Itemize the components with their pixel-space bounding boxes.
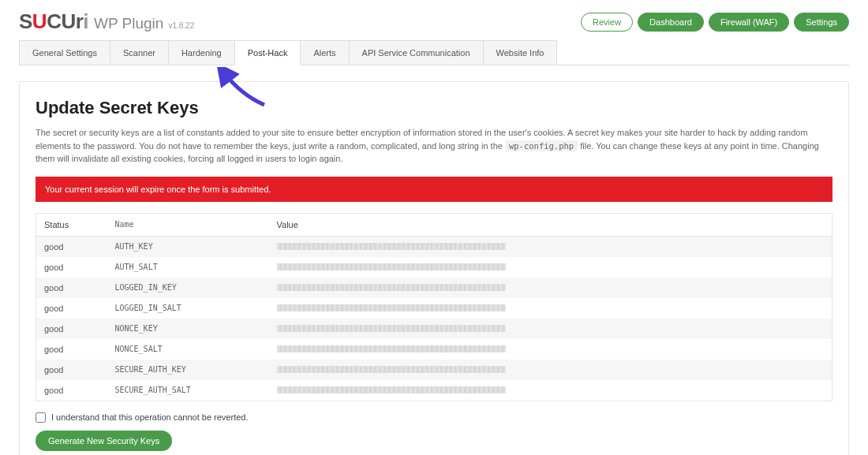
column-value: Value [269, 213, 832, 236]
status-cell: good [36, 319, 107, 339]
logo-product: WP Plugin [94, 15, 163, 32]
logo-version: v1.8.22 [168, 21, 194, 30]
status-cell: good [36, 360, 107, 380]
confirm-label: I understand that this operation cannot … [51, 412, 249, 422]
column-status: Status [36, 213, 107, 236]
redacted-value [277, 325, 506, 332]
key-value-cell [269, 339, 832, 360]
tab-website-info[interactable]: Website Info [483, 40, 558, 65]
settings-button[interactable]: Settings [794, 13, 849, 32]
generate-keys-button[interactable]: Generate New Security Keys [36, 431, 172, 451]
status-cell: good [36, 257, 107, 278]
logo: SUCUri WP Plugin v1.8.22 [19, 9, 194, 34]
tab-alerts[interactable]: Alerts [300, 40, 349, 65]
confirm-checkbox[interactable] [36, 412, 46, 423]
key-name-cell: SECURE_AUTH_SALT [107, 380, 269, 401]
table-row: good SECURE_AUTH_SALT [36, 380, 832, 401]
tab-api-service[interactable]: API Service Communication [349, 40, 484, 65]
table-row: good NONCE_SALT [36, 339, 832, 360]
update-secret-keys-panel: Update Secret Keys The secret or securit… [19, 81, 849, 455]
key-name-cell: AUTH_KEY [107, 236, 269, 257]
tab-general-settings[interactable]: General Settings [19, 40, 110, 65]
tabs: General Settings Scanner Hardening Post-… [19, 40, 849, 65]
table-row: good LOGGED_IN_SALT [36, 298, 832, 319]
key-value-cell [269, 360, 832, 380]
secret-keys-table: Status Name Value good AUTH_KEY good AUT… [36, 213, 832, 401]
key-name-cell: LOGGED_IN_KEY [107, 278, 269, 298]
key-value-cell [269, 236, 832, 257]
key-name-cell: NONCE_SALT [107, 339, 269, 360]
status-cell: good [36, 339, 107, 360]
tab-hardening[interactable]: Hardening [168, 40, 235, 65]
tab-scanner[interactable]: Scanner [110, 40, 169, 65]
redacted-value [277, 304, 506, 311]
redacted-value [277, 366, 506, 373]
dashboard-button[interactable]: Dashboard [638, 13, 704, 32]
key-name-cell: LOGGED_IN_SALT [107, 298, 269, 319]
status-cell: good [36, 236, 107, 257]
firewall-button[interactable]: Firewall (WAF) [709, 13, 789, 32]
key-name-cell: AUTH_SALT [107, 257, 269, 278]
key-value-cell [269, 278, 832, 298]
status-cell: good [36, 278, 107, 298]
logo-brand: SUCUri [19, 9, 88, 34]
page-title: Update Secret Keys [36, 98, 832, 118]
key-value-cell [269, 380, 832, 401]
table-row: good NONCE_KEY [36, 319, 832, 339]
key-value-cell [269, 319, 832, 339]
config-file-code: wp-config.php [505, 140, 578, 151]
status-cell: good [36, 298, 107, 319]
section-description: The secret or security keys are a list o… [36, 126, 832, 166]
redacted-value [277, 263, 506, 270]
redacted-value [277, 345, 506, 352]
key-value-cell [269, 298, 832, 319]
redacted-value [277, 284, 506, 291]
review-button[interactable]: Review [581, 13, 633, 32]
key-value-cell [269, 257, 832, 278]
key-name-cell: NONCE_KEY [107, 319, 269, 339]
session-expire-alert: Your current session will expire once th… [36, 177, 832, 202]
redacted-value [277, 386, 506, 393]
redacted-value [277, 243, 506, 250]
table-row: good AUTH_KEY [36, 236, 832, 257]
key-name-cell: SECURE_AUTH_KEY [107, 360, 269, 380]
tab-post-hack[interactable]: Post-Hack [234, 40, 301, 65]
header-buttons: Review Dashboard Firewall (WAF) Settings [581, 13, 849, 32]
status-cell: good [36, 380, 107, 401]
table-row: good LOGGED_IN_KEY [36, 278, 832, 298]
table-row: good SECURE_AUTH_KEY [36, 360, 832, 380]
table-row: good AUTH_SALT [36, 257, 832, 278]
column-name: Name [107, 213, 269, 236]
